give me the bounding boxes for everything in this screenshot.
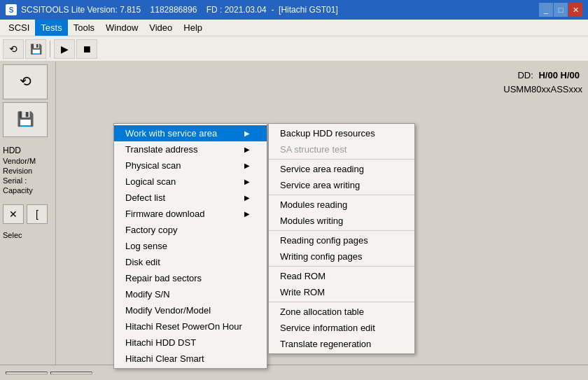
serial-number: 1182886896 [150,5,197,15]
status-section-2 [50,372,92,374]
menu-item-modify-vendor[interactable]: Modify Vendor/Model [114,302,267,318]
left-btn-2[interactable]: 💾 [3,102,48,137]
submenu-separator-4 [269,266,414,267]
menu-window[interactable]: Window [100,20,144,36]
submenu-backup-hdd[interactable]: Backup HDD resources [269,125,414,141]
dropdown-container: Work with service area ▶ Translate addre… [113,123,267,369]
submenu-arrow: ▶ [244,146,250,153]
menu-item-repair-bad-sectors[interactable]: Repair bad sectors [114,270,267,286]
app-icon: S [6,4,17,15]
menu-item-hitachi-clear-smart[interactable]: Hitachi Clear Smart [114,351,267,367]
left-btn-1[interactable]: ⟲ [3,64,48,99]
submenu-separator-3 [269,230,414,231]
submenu-write-rom[interactable]: Write ROM [269,284,414,300]
dd-label: DD: [517,70,533,80]
tests-menu-dropdown: Work with service area ▶ Translate addre… [113,123,267,369]
close-button[interactable]: ✕ [568,3,582,17]
submenu-modules-writing[interactable]: Modules writing [269,213,414,229]
menu-item-physical-scan[interactable]: Physical scan ▶ [114,157,267,174]
maximize-button[interactable]: □ [554,3,568,17]
menu-item-modify-sn[interactable]: Modify S/N [114,286,267,302]
title-bar: S SCSITOOLS Lite Version: 7.815 11828868… [0,0,588,20]
model-label: USMM80xxASSxxx [503,84,582,94]
toolbar-separator [50,41,50,57]
content-area: DD: H/00 H/00 USMM80xxASSxxx Work with s… [56,62,588,380]
select-label: Selec [3,231,52,239]
left-panel: ⟲ 💾 HDD Vendor/M Revision Serial : Capac… [0,62,56,380]
menu-item-log-sense[interactable]: Log sense [114,238,267,254]
menu-item-firmware-download[interactable]: Firmware download ▶ [114,206,267,222]
dd-info: DD: H/00 H/00 [514,67,582,83]
submenu-service-area-reading[interactable]: Service area reading [269,161,414,177]
work-service-submenu: Backup HDD resources SA structure test S… [268,123,415,354]
toolbar: ⟲ 💾 ▶ ⏹ [0,36,588,62]
submenu-separator-5 [269,302,414,302]
toolbar-btn-2[interactable]: 💾 [25,39,46,59]
menu-help[interactable]: Help [178,20,208,36]
app-name: SCSITOOLS Lite Version: 7.815 [21,5,141,15]
submenu-modules-reading[interactable]: Modules reading [269,197,414,213]
title-text: SCSITOOLS Lite Version: 7.815 1182886896… [21,5,338,15]
submenu-service-area-writing[interactable]: Service area writing [269,177,414,193]
bracket-button[interactable]: [ [27,204,48,224]
menu-item-factory-copy[interactable]: Factory copy [114,222,267,238]
menu-item-logical-scan[interactable]: Logical scan ▶ [114,174,267,190]
hdd-info: HDD Vendor/M Revision Serial : Capacity [3,146,52,196]
submenu-service-info-edit[interactable]: Service information edit [269,320,414,336]
menu-scsi[interactable]: SCSI [3,20,35,36]
submenu-zone-allocation[interactable]: Zone allocation table [269,304,414,320]
serial-label: Serial : [3,176,27,185]
submenu-arrow: ▶ [244,129,250,137]
menu-bar: SCSI Tests Tools Window Video Help [0,20,588,36]
device-name: [Hitachi GST01] [279,5,338,15]
title-controls: _ □ ✕ [539,3,582,17]
toolbar-btn-3[interactable]: ▶ [54,39,75,59]
menu-item-hitachi-reset[interactable]: Hitachi Reset PowerOn Hour [114,318,267,335]
dd-value: H/00 H/00 [538,70,580,80]
submenu-arrow: ▶ [244,194,250,202]
menu-tools[interactable]: Tools [68,20,100,36]
hdd-label: HDD [3,146,21,155]
menu-item-defect-list[interactable]: Defect list ▶ [114,190,267,206]
submenu-separator-1 [269,159,414,160]
submenu-sa-structure-test: SA structure test [269,141,414,157]
status-section-1 [6,372,48,374]
model-info: USMM80xxASSxxx [503,84,582,94]
submenu-arrow: ▶ [244,178,250,185]
submenu-translate-regeneration[interactable]: Translate regeneration [269,336,414,352]
submenu-reading-config-pages[interactable]: Reading config pages [269,232,414,248]
menu-video[interactable]: Video [144,20,178,36]
capacity-label: Capacity [3,186,33,195]
toolbar-btn-4[interactable]: ⏹ [76,39,97,59]
menu-tests[interactable]: Tests [35,20,67,36]
toolbar-btn-1[interactable]: ⟲ [3,39,24,59]
fd-version: FD : 2021.03.04 [206,5,267,15]
menu-item-hitachi-dst[interactable]: Hitachi HDD DST [114,335,267,351]
submenu-separator-2 [269,195,414,195]
cross-button[interactable]: ✕ [3,204,24,224]
menu-item-disk-edit[interactable]: Disk edit [114,254,267,270]
submenu-arrow: ▶ [244,162,250,169]
action-panel: ✕ [ [3,204,52,224]
submenu-arrow: ▶ [244,210,250,218]
main-area: ⟲ 💾 HDD Vendor/M Revision Serial : Capac… [0,62,588,380]
submenu-writing-config-pages[interactable]: Writing config pages [269,248,414,265]
vendor-label: Vendor/M [3,157,36,165]
revision-label: Revision [3,167,32,175]
menu-item-work-service-area[interactable]: Work with service area ▶ [114,125,267,141]
status-bar [0,365,588,380]
minimize-button[interactable]: _ [539,3,553,17]
menu-item-translate-address[interactable]: Translate address ▶ [114,141,267,157]
submenu-read-rom[interactable]: Read ROM [269,268,414,284]
